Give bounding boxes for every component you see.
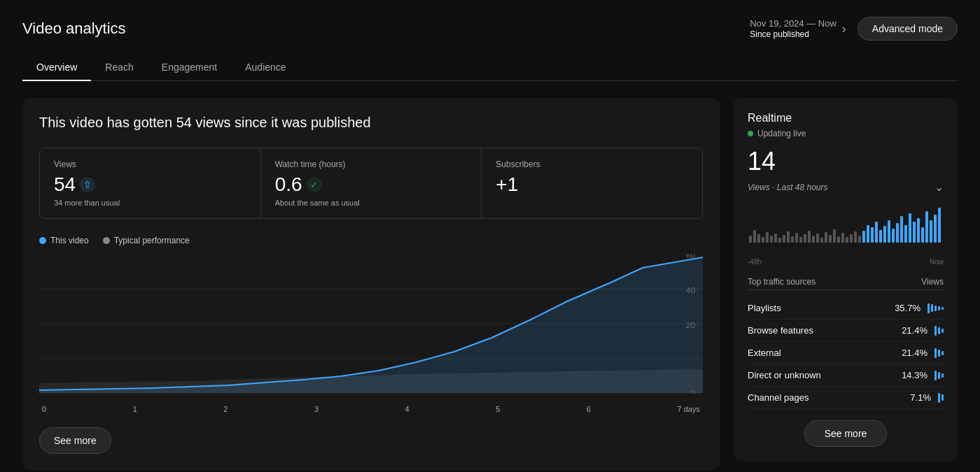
- chart-legend: This video Typical performance: [39, 236, 703, 245]
- svg-rect-55: [934, 215, 937, 243]
- views-filter-label: Views · Last 48 hours: [748, 183, 828, 192]
- svg-rect-42: [879, 230, 882, 243]
- svg-rect-15: [766, 232, 769, 243]
- traffic-bar-channel: [938, 393, 944, 403]
- svg-rect-47: [900, 216, 903, 243]
- svg-rect-13: [757, 234, 760, 243]
- x-label-3: 3: [314, 405, 318, 413]
- svg-rect-32: [837, 236, 840, 243]
- svg-rect-46: [896, 223, 899, 243]
- legend-dot-this-video: [39, 237, 46, 244]
- svg-rect-31: [833, 229, 836, 243]
- tab-engagement[interactable]: Engagement: [148, 55, 231, 81]
- svg-rect-34: [846, 237, 848, 243]
- traffic-bar-browse: [934, 326, 944, 336]
- date-range[interactable]: Nov 19, 2024 — Now Since published ›: [750, 18, 846, 39]
- traffic-source-browse: Browse features: [748, 325, 899, 336]
- traffic-col-views: Views: [921, 277, 944, 287]
- traffic-bar-external: [934, 348, 944, 358]
- stats-row: Views 54 ⇧ 34 more than usual Watch time…: [39, 148, 703, 219]
- svg-rect-11: [749, 236, 752, 243]
- svg-rect-41: [875, 222, 878, 243]
- legend-typical: Typical performance: [103, 236, 190, 245]
- traffic-source-external: External: [748, 348, 899, 358]
- stat-subscribers-value: +1: [496, 173, 518, 196]
- traffic-bar-direct: [934, 371, 944, 380]
- tab-reach[interactable]: Reach: [91, 55, 147, 81]
- advanced-mode-button[interactable]: Advanced mode: [858, 17, 958, 41]
- traffic-row-browse: Browse features 21.4%: [748, 320, 944, 342]
- views-filter-row: Views · Last 48 hours ⌄: [748, 180, 944, 194]
- svg-rect-51: [917, 218, 920, 243]
- right-see-more-button[interactable]: See more: [804, 420, 888, 447]
- left-see-more-button[interactable]: See more: [39, 427, 111, 454]
- svg-rect-20: [787, 231, 790, 243]
- traffic-pct-browse: 21.4%: [899, 325, 927, 336]
- svg-rect-52: [921, 227, 924, 243]
- x-label-7: 7 days: [677, 405, 699, 413]
- svg-rect-56: [938, 208, 941, 243]
- svg-rect-45: [892, 229, 895, 243]
- svg-rect-35: [850, 234, 853, 243]
- realtime-count: 14: [748, 147, 944, 176]
- stat-watchtime-value: 0.6: [275, 173, 302, 196]
- svg-rect-23: [799, 237, 802, 243]
- live-indicator: Updating live: [748, 129, 944, 138]
- stat-views-value: 54: [54, 173, 76, 196]
- svg-rect-12: [753, 230, 756, 243]
- stat-views-label: Views: [54, 159, 246, 169]
- svg-rect-21: [791, 236, 794, 243]
- realtime-mini-chart: [748, 201, 944, 243]
- header: Video analytics Nov 19, 2024 — Now Since…: [22, 17, 958, 41]
- summary-title: This video has gotten 54 views since it …: [39, 115, 703, 131]
- x-label-2: 2: [223, 405, 227, 413]
- x-label-4: 4: [405, 405, 410, 413]
- traffic-source-playlists: Playlists: [748, 303, 892, 313]
- traffic-pct-external: 21.4%: [899, 348, 927, 358]
- stat-views-note: 34 more than usual: [54, 199, 246, 207]
- svg-rect-50: [913, 222, 916, 243]
- date-range-chevron-icon: ›: [842, 22, 846, 36]
- right-panel: Realtime Updating live 14 Views · Last 4…: [734, 98, 958, 461]
- stat-watchtime-note: About the same as usual: [275, 199, 468, 207]
- svg-rect-14: [762, 237, 764, 243]
- traffic-source-direct: Direct or unknown: [748, 370, 899, 380]
- traffic-pct-playlists: 35.7%: [892, 303, 920, 313]
- realtime-title: Realtime: [748, 112, 944, 124]
- svg-rect-54: [930, 220, 932, 243]
- stat-watchtime: Watch time (hours) 0.6 ✓ About the same …: [261, 148, 482, 218]
- svg-rect-27: [816, 234, 819, 243]
- chart-x-axis: 0 1 2 3 4 5 6 7 days: [39, 405, 703, 413]
- svg-rect-22: [795, 233, 798, 243]
- up-arrow-icon: ⇧: [80, 177, 95, 192]
- chart-label-start: -48h: [748, 258, 762, 266]
- legend-label-typical: Typical performance: [114, 236, 190, 245]
- stat-subscribers: Subscribers +1: [482, 148, 702, 218]
- right-see-more-area: See more: [748, 409, 944, 447]
- x-label-1: 1: [133, 405, 137, 413]
- svg-rect-43: [883, 226, 886, 243]
- tab-audience[interactable]: Audience: [231, 55, 300, 81]
- traffic-row-direct: Direct or unknown 14.3%: [748, 364, 944, 387]
- svg-rect-40: [871, 227, 874, 243]
- left-panel: This video has gotten 54 views since it …: [22, 98, 720, 471]
- tab-overview[interactable]: Overview: [22, 55, 91, 81]
- views-filter-chevron-icon[interactable]: ⌄: [934, 180, 944, 194]
- svg-rect-33: [841, 233, 844, 243]
- svg-rect-17: [774, 234, 777, 243]
- mini-chart-labels: -48h Now: [748, 258, 944, 266]
- main-chart: 60 40 20 0: [39, 254, 703, 394]
- svg-rect-18: [778, 238, 781, 243]
- svg-rect-53: [925, 211, 928, 243]
- traffic-source-channel: Channel pages: [748, 392, 903, 403]
- x-label-0: 0: [42, 405, 46, 413]
- svg-marker-10: [39, 257, 703, 393]
- traffic-section-header: Top traffic sources Views: [748, 277, 944, 290]
- svg-rect-39: [867, 225, 869, 243]
- chart-svg: 60 40 20 0: [39, 254, 703, 394]
- traffic-pct-direct: 14.3%: [899, 370, 927, 380]
- traffic-col-sources: Top traffic sources: [748, 277, 816, 287]
- mini-chart-svg: [748, 201, 944, 243]
- live-label: Updating live: [757, 129, 806, 138]
- svg-rect-28: [820, 238, 823, 243]
